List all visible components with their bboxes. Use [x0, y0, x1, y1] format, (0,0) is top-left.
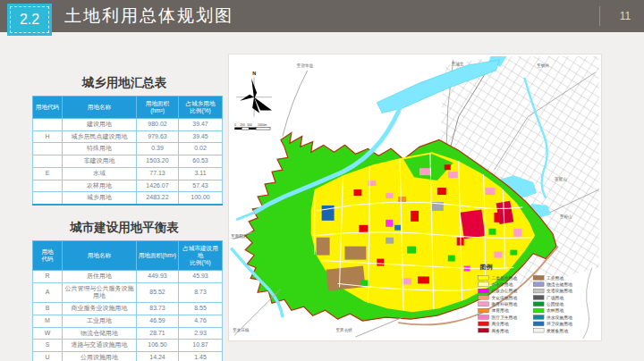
- table-cell: 道路与交通设施用地: [63, 340, 137, 352]
- table-cell: 城乡居民点建设用地: [63, 130, 137, 143]
- table-cell: 77.13: [137, 167, 179, 180]
- table-cell: R: [33, 270, 63, 282]
- table-cell: [33, 180, 63, 192]
- summary-table-title: 城乡用地汇总表: [32, 75, 216, 91]
- table-cell: 980.02: [137, 118, 179, 130]
- legend-title: 图例: [480, 264, 493, 271]
- table-cell: 8.73: [179, 282, 223, 303]
- table-cell: 28.71: [137, 327, 179, 340]
- table-cell: 建设用地: [63, 118, 137, 130]
- table-cell: 4.76: [179, 315, 223, 327]
- legend-swatch: [479, 322, 489, 326]
- table-row: R居住用地449.9345.93: [33, 270, 223, 282]
- table-cell: [33, 155, 63, 168]
- legend-label: 工业用地: [547, 275, 564, 281]
- table-cell: W: [33, 327, 63, 340]
- section-number: 2.2: [20, 12, 39, 28]
- legend-label: 行政办公用地: [491, 288, 517, 294]
- north-label: N: [252, 71, 256, 76]
- table-cell: 0.39: [137, 143, 179, 155]
- table-cell: [33, 143, 63, 155]
- table-cell: H: [33, 130, 63, 143]
- slide: 2.2 土地利用总体规划图 11 城乡用地汇总表 用地代码用地名称用地面积(hm…: [0, 0, 644, 361]
- header-divider: [599, 6, 600, 26]
- table-cell: 公用设施用地: [63, 352, 137, 361]
- table-cell: 1426.07: [137, 180, 179, 192]
- table-cell: 1.45: [179, 352, 223, 361]
- table-cell: 2483.22: [137, 192, 179, 205]
- legend-swatch: [479, 289, 489, 293]
- table-cell: 83.73: [137, 303, 179, 315]
- table-cell: 100.00: [179, 192, 223, 205]
- legend-label: 供水设施用地: [546, 315, 572, 321]
- tables-column: 城乡用地汇总表 用地代码用地名称用地面积(hm²)占城乡用地比例(%)建设用地9…: [32, 75, 216, 361]
- legend-label: 环卫设施用地: [547, 321, 572, 327]
- table-cell: 公共管理与公共服务设施用地: [63, 282, 137, 303]
- legend-label: 体育用地: [490, 307, 508, 314]
- table-row: A公共管理与公共服务设施用地85.528.73: [33, 282, 223, 303]
- table-cell: 45.93: [179, 270, 223, 282]
- table-row: S道路与交通设施用地106.5010.87: [33, 340, 223, 352]
- table-cell: 14.24: [137, 352, 179, 361]
- legend-swatch: [479, 328, 489, 332]
- legend-swatch: [479, 308, 489, 313]
- map-label: 茶尾山: [555, 177, 567, 181]
- slide-header: 2.2 土地利用总体规划图 11: [0, 0, 644, 32]
- table-row: 城乡用地2483.22100.00: [33, 192, 223, 205]
- balance-table: 用地代码用地名称用地面积(hm²)占城市建设用地比例(%)R居住用地449.93…: [32, 240, 223, 361]
- table-cell: 106.50: [137, 340, 179, 352]
- table-cell: 0.02: [179, 143, 223, 155]
- legend-label: 教育科研用地: [491, 301, 517, 307]
- legend-swatch: [479, 282, 489, 287]
- column-header: 占城乡用地比例(%): [179, 97, 223, 119]
- column-header: 用地面积(hm²): [137, 97, 179, 119]
- table-cell: A: [33, 282, 63, 303]
- table-cell: E: [33, 167, 63, 180]
- table-cell: 水域: [63, 167, 137, 180]
- legend-swatch: [533, 322, 544, 326]
- legend-swatch: [533, 282, 544, 287]
- legend-label: 物流仓储用地: [547, 281, 572, 288]
- table-row: W物流仓储用地28.712.93: [33, 327, 223, 340]
- legend-label: 文化设施用地: [491, 295, 517, 301]
- table-row: 建设用地980.0239.47: [33, 118, 223, 130]
- column-header: 用地代码: [33, 97, 63, 119]
- scale-tick-label: 500: [247, 123, 252, 127]
- scale-tick-label: 0: [234, 123, 236, 127]
- table-row: H城乡居民点建设用地979.6339.45: [33, 130, 223, 143]
- map-label: 至根山: [560, 214, 572, 219]
- table-row: B商业服务业设施用地83.738.55: [33, 303, 223, 315]
- table-cell: 39.45: [179, 130, 223, 143]
- scale-bar: 02505001000m: [234, 123, 270, 130]
- table-cell: S: [33, 340, 63, 352]
- balance-table-title: 城市建设用地平衡表: [32, 220, 216, 236]
- legend-swatch: [533, 308, 544, 313]
- legend-side-road: [583, 268, 592, 340]
- table-row: M工业用地46.594.76: [33, 315, 223, 327]
- column-header: 用地面积(hm²): [137, 241, 179, 271]
- table-row: 特殊用地0.390.02: [33, 143, 223, 155]
- table-cell: 449.93: [137, 270, 179, 282]
- legend-swatch: [533, 296, 544, 300]
- map-label: 至界仓镇: [336, 328, 353, 332]
- legend-label: 商业用地: [491, 321, 508, 327]
- table-cell: 城乡用地: [63, 192, 137, 205]
- summary-table: 用地代码用地名称用地面积(hm²)占城乡用地比例(%)建设用地980.0239.…: [32, 96, 223, 206]
- map-label: 至那阳村: [231, 234, 248, 239]
- table-cell: 10.87: [179, 340, 223, 352]
- table-cell: 46.59: [137, 315, 179, 327]
- compass-rose-icon: N: [236, 71, 272, 117]
- legend-swatch: [479, 275, 489, 280]
- land-use-map: N 02505001000m 至贺华道至浦北至钦州茶尾山至根山至那阳村至农庄线至…: [228, 54, 602, 341]
- map-label: 至钦州: [537, 63, 549, 68]
- table-cell: 60.53: [179, 155, 223, 168]
- legend-label: 医疗卫生用地: [491, 315, 517, 321]
- legend-swatch: [533, 302, 544, 306]
- table-cell: 39.47: [179, 118, 223, 130]
- table-cell: 农林用地: [63, 180, 137, 192]
- table-cell: 979.63: [137, 130, 179, 143]
- legend-label: 广场用地: [547, 295, 564, 301]
- table-cell: 非建设用地: [63, 155, 137, 168]
- map-label: 至农庄线: [233, 327, 250, 332]
- page-title: 土地利用总体规划图: [64, 0, 233, 32]
